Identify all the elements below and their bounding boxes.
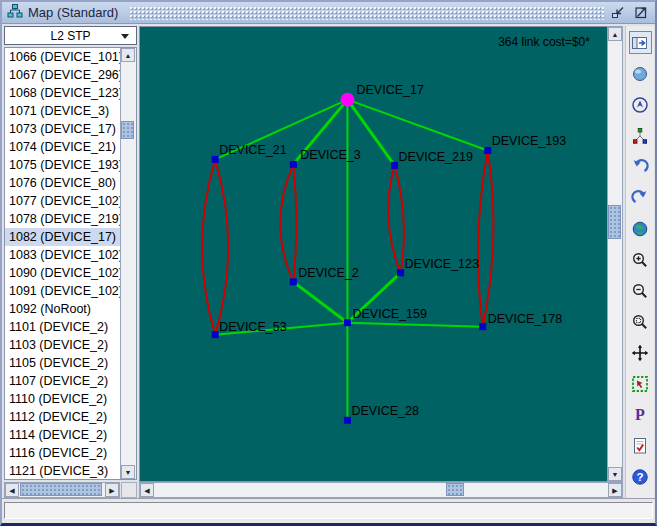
list-vscroll-thumb[interactable] <box>121 121 134 139</box>
list-item[interactable]: 1114 (DEVICE_2) <box>5 426 120 444</box>
pan-button[interactable] <box>629 341 652 364</box>
help-icon: ? <box>631 468 649 486</box>
properties-icon: P <box>631 406 649 424</box>
list-item[interactable]: 1090 (DEVICE_102) <box>5 264 120 282</box>
list-item[interactable]: 1107 (DEVICE_2) <box>5 372 120 390</box>
properties-button[interactable]: P <box>629 403 652 426</box>
select-mode-button[interactable] <box>629 372 652 395</box>
list-vscroll-track[interactable] <box>121 62 136 465</box>
map-node-DEVICE_17[interactable] <box>340 93 354 107</box>
map-node-DEVICE_21[interactable] <box>212 156 219 163</box>
map-vscrollbar[interactable]: ▲ ▼ <box>607 26 623 482</box>
topology-svg[interactable]: DEVICE_17DEVICE_21DEVICE_3DEVICE_219DEVI… <box>140 27 607 481</box>
scroll-left-arrow[interactable]: ◀ <box>5 483 19 497</box>
map-node-DEVICE_178[interactable] <box>479 323 486 330</box>
map-view-button[interactable] <box>629 62 652 85</box>
map-node-label-DEVICE_159: DEVICE_159 <box>352 307 426 321</box>
map-redundant-link-DEVICE_3-DEVICE_2[interactable] <box>280 164 293 281</box>
list-item[interactable]: 1066 (DEVICE_101) <box>5 48 120 66</box>
map-redundant-link-DEVICE_193-DEVICE_178[interactable] <box>478 150 488 326</box>
maximize-button[interactable] <box>632 5 650 21</box>
report-icon <box>631 437 649 455</box>
map-node-DEVICE_2[interactable] <box>290 278 297 285</box>
undo-icon <box>631 158 649 176</box>
list-item[interactable]: 1074 (DEVICE_21) <box>5 138 120 156</box>
symmetric-layout-icon <box>631 127 649 145</box>
map-hscroll-thumb[interactable] <box>446 483 464 496</box>
help-button[interactable]: ? <box>629 465 652 488</box>
scroll-left-arrow[interactable]: ◀ <box>140 483 154 497</box>
list-item[interactable]: 1105 (DEVICE_2) <box>5 354 120 372</box>
list-item[interactable]: 1112 (DEVICE_2) <box>5 408 120 426</box>
network-map-icon <box>7 3 23 23</box>
map-node-label-DEVICE_178: DEVICE_178 <box>488 312 562 326</box>
map-redundant-link-DEVICE_3-DEVICE_2[interactable] <box>293 164 296 281</box>
map-node-DEVICE_53[interactable] <box>212 331 219 338</box>
list-item[interactable]: 1077 (DEVICE_102) <box>5 192 120 210</box>
list-item-selected[interactable]: 1082 (DEVICE_17) <box>5 228 120 246</box>
list-hscroll-track[interactable] <box>19 483 105 497</box>
chevron-down-icon <box>121 34 129 39</box>
view-selector[interactable]: L2 STP <box>4 26 137 45</box>
zoom-out-button[interactable] <box>629 279 652 302</box>
list-item[interactable]: 1092 (NoRoot) <box>5 300 120 318</box>
list-item[interactable]: 1073 (DEVICE_17) <box>5 120 120 138</box>
map-vscroll-thumb[interactable] <box>608 205 621 239</box>
map-node-DEVICE_193[interactable] <box>484 147 491 154</box>
scroll-up-arrow[interactable]: ▲ <box>121 48 135 62</box>
scroll-down-arrow[interactable]: ▼ <box>121 465 135 479</box>
map-viewport[interactable]: DEVICE_17DEVICE_21DEVICE_3DEVICE_219DEVI… <box>139 26 607 482</box>
map-node-label-DEVICE_2: DEVICE_2 <box>298 266 359 280</box>
list-hscrollbar[interactable]: ◀ ▶ <box>4 482 120 498</box>
view-selector-value: L2 STP <box>50 29 90 43</box>
list-item[interactable]: 1067 (DEVICE_296) <box>5 66 120 84</box>
undo-button[interactable] <box>629 155 652 178</box>
list-item[interactable]: 1071 (DEVICE_3) <box>5 102 120 120</box>
map-node-DEVICE_219[interactable] <box>391 162 398 169</box>
list-hscroll-thumb[interactable] <box>20 483 102 496</box>
map-node-label-DEVICE_193: DEVICE_193 <box>492 135 566 149</box>
toggle-list-panel-button[interactable] <box>629 31 652 54</box>
map-node-DEVICE_3[interactable] <box>290 161 297 168</box>
list-item[interactable]: 1091 (DEVICE_102) <box>5 282 120 300</box>
status-field <box>4 502 653 519</box>
list-item[interactable]: 1121 (DEVICE_3) <box>5 462 120 479</box>
list-item[interactable]: 1116 (DEVICE_2) <box>5 444 120 462</box>
world-view-button[interactable] <box>629 217 652 240</box>
map-link-DEVICE_159-DEVICE_178[interactable] <box>347 323 482 327</box>
list-item[interactable]: 1068 (DEVICE_123) <box>5 84 120 102</box>
redo-button[interactable] <box>629 186 652 209</box>
restore-button[interactable] <box>609 5 627 21</box>
list-vscrollbar[interactable]: ▲ ▼ <box>120 48 136 479</box>
list-item[interactable]: 1101 (DEVICE_2) <box>5 318 120 336</box>
map-hscrollbar[interactable]: ◀ ▶ <box>139 482 623 498</box>
circular-layout-button[interactable] <box>629 93 652 116</box>
list-item[interactable]: 1110 (DEVICE_2) <box>5 390 120 408</box>
map-node-label-DEVICE_219: DEVICE_219 <box>399 150 473 164</box>
map-link-DEVICE_159-DEVICE_2[interactable] <box>293 282 347 323</box>
map-link-DEVICE_17-DEVICE_193[interactable] <box>347 100 487 151</box>
scroll-down-arrow[interactable]: ▼ <box>608 467 622 481</box>
map-vscroll-track[interactable] <box>608 41 622 467</box>
list-item[interactable]: 1076 (DEVICE_80) <box>5 174 120 192</box>
list-item[interactable]: 1103 (DEVICE_2) <box>5 336 120 354</box>
window-titlebar[interactable]: Map (Standard) <box>2 2 655 24</box>
list-item[interactable]: 1075 (DEVICE_193) <box>5 156 120 174</box>
scroll-right-arrow[interactable]: ▶ <box>608 483 622 497</box>
zoom-in-button[interactable] <box>629 248 652 271</box>
zoom-selection-button[interactable] <box>629 310 652 333</box>
map-node-DEVICE_123[interactable] <box>397 269 404 276</box>
map-redundant-link-DEVICE_21-DEVICE_53[interactable] <box>215 159 228 334</box>
list-item[interactable]: 1083 (DEVICE_102) <box>5 246 120 264</box>
map-hscroll-track[interactable] <box>154 483 608 497</box>
map-redundant-link-DEVICE_21-DEVICE_53[interactable] <box>202 159 215 334</box>
svg-text:P: P <box>635 406 645 423</box>
scroll-up-arrow[interactable]: ▲ <box>608 27 622 41</box>
scroll-right-arrow[interactable]: ▶ <box>105 483 119 497</box>
symmetric-layout-button[interactable] <box>629 124 652 147</box>
report-button[interactable] <box>629 434 652 457</box>
list-item[interactable]: 1078 (DEVICE_219) <box>5 210 120 228</box>
zoom-out-icon <box>631 282 649 300</box>
map-node-DEVICE_159[interactable] <box>344 319 351 326</box>
map-node-DEVICE_28[interactable] <box>344 417 351 424</box>
